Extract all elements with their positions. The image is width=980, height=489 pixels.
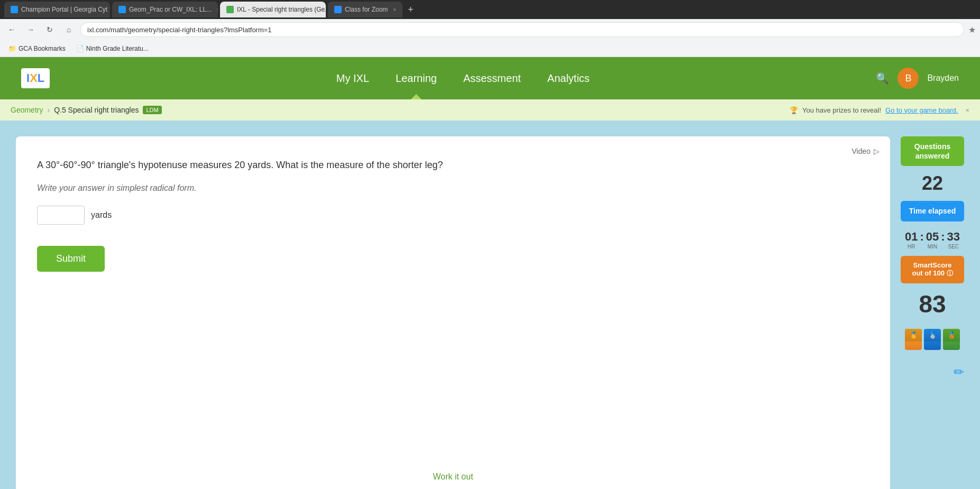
page-icon: 📄 [76, 45, 84, 52]
browser-chrome: Champion Portal | Georgia Cyt × Geom_Pra… [0, 0, 980, 57]
timer-hours: 01 HR [905, 230, 918, 250]
folder-icon: 📁 [8, 45, 16, 52]
tab-champion-portal[interactable]: Champion Portal | Georgia Cyt × [4, 2, 110, 17]
refresh-button[interactable]: ↻ [42, 22, 57, 37]
back-button[interactable]: ← [4, 22, 19, 37]
timer-sec-value: 33 [947, 230, 960, 244]
ixl-header: IXL My IXL Learning Assessment Analytics… [0, 57, 980, 99]
tab-favicon [226, 6, 234, 13]
smart-score-suffix: out of 100 [912, 269, 944, 277]
ixl-logo[interactable]: IXL [21, 68, 50, 88]
forward-button[interactable]: → [23, 22, 38, 37]
smart-score-label: SmartScore [913, 261, 952, 269]
timer-display: 01 HR : 05 MIN : 33 SEC [901, 230, 964, 250]
badges-row: 🥇 🥈 🥉 [901, 329, 964, 350]
video-label: Video [851, 147, 871, 155]
tab-title: Champion Portal | Georgia Cyt [21, 6, 107, 13]
breadcrumb-separator: › [47, 106, 50, 114]
home-button[interactable]: ⌂ [61, 22, 76, 37]
tab-title: Geom_Prac or CW_IXL: LL... [129, 6, 212, 13]
breadcrumb-geometry[interactable]: Geometry [11, 106, 43, 114]
tab-close[interactable]: × [217, 7, 218, 13]
tab-favicon [11, 6, 18, 13]
bookmark-ninth-grade[interactable]: 📄 Ninth Grade Literatu... [72, 43, 153, 54]
user-name-label: Brayden [927, 73, 959, 83]
prize-link[interactable]: Go to your game board. [885, 106, 958, 114]
submit-button[interactable]: Submit [37, 246, 105, 272]
nav-learning[interactable]: Learning [396, 72, 437, 85]
address-input[interactable] [80, 22, 964, 37]
tab-favicon [118, 6, 126, 13]
badge-gold: 🥇 [905, 329, 922, 350]
nav-analytics[interactable]: Analytics [547, 72, 590, 85]
timer-hr-value: 01 [905, 230, 918, 244]
timer-hr-label: HR [905, 244, 918, 250]
tab-bar: Champion Portal | Georgia Cyt × Geom_Pra… [0, 0, 980, 19]
prize-text: You have prizes to reveal! [802, 106, 881, 114]
question-text: A 30°-60°-90° triangle's hypotenuse meas… [37, 158, 869, 173]
tab-title: IXL - Special right triangles (Ge... [237, 6, 326, 13]
tab-close[interactable]: × [393, 7, 396, 13]
prize-close-button[interactable]: × [965, 106, 969, 114]
time-elapsed-button[interactable]: Time elapsed [901, 201, 964, 221]
play-icon: ▷ [874, 147, 880, 155]
smart-score-button[interactable]: SmartScore out of 100 ⓘ [901, 256, 964, 283]
new-tab-button[interactable]: + [405, 4, 417, 15]
info-icon[interactable]: ⓘ [947, 270, 953, 277]
answer-row: yards [37, 206, 869, 225]
main-content: Video ▷ A 30°-60°-90° triangle's hypoten… [0, 121, 980, 489]
questions-count: 22 [901, 172, 964, 195]
question-hint: Write your answer in simplest radical fo… [37, 183, 869, 193]
timer-min-value: 05 [926, 230, 939, 244]
timer-colon2: : [941, 230, 945, 250]
timer-colon1: : [920, 230, 923, 250]
ixl-logo-l: L [38, 71, 44, 85]
avatar[interactable]: B [897, 68, 919, 89]
breadcrumb-bar: Geometry › Q.5 Special right triangles L… [0, 99, 980, 121]
prize-banner: 🏆 You have prizes to reveal! Go to your … [790, 106, 969, 114]
tab-favicon [334, 6, 342, 13]
badge-blue: 🥈 [924, 329, 941, 350]
answer-input[interactable] [37, 206, 85, 225]
bookmark-star-icon[interactable]: ★ [968, 25, 976, 35]
pencil-icon[interactable]: ✏ [901, 365, 964, 380]
badge-green: 🥉 [943, 329, 960, 350]
video-button[interactable]: Video ▷ [851, 147, 880, 155]
ixl-nav: My IXL Learning Assessment Analytics [81, 72, 844, 85]
breadcrumb-current: Q.5 Special right triangles [54, 106, 139, 114]
ixl-logo-x: X [30, 71, 38, 85]
timer-sec-label: SEC [947, 244, 960, 250]
breadcrumb-badge: LDM [143, 106, 161, 114]
nav-assessment[interactable]: Assessment [463, 72, 521, 85]
tab-title: Class for Zoom [345, 6, 388, 13]
questions-answered-button[interactable]: Questions answered [901, 136, 964, 166]
bookmark-label: GCA Bookmarks [19, 45, 66, 52]
bookmark-label: Ninth Grade Literatu... [86, 45, 149, 52]
trophy-icon: 🏆 [790, 106, 798, 114]
nav-my-ixl[interactable]: My IXL [336, 72, 369, 85]
tab-geom-prac[interactable]: Geom_Prac or CW_IXL: LL... × [112, 2, 218, 17]
answer-unit: yards [91, 210, 112, 220]
timer-minutes: 05 MIN [926, 230, 939, 250]
bookmarks-bar: 📁 GCA Bookmarks 📄 Ninth Grade Literatu..… [0, 40, 980, 57]
smart-score-number: 83 [901, 290, 964, 318]
search-icon[interactable]: 🔍 [876, 72, 889, 85]
timer-seconds: 33 SEC [947, 230, 960, 250]
header-right: 🔍 B Brayden [876, 68, 959, 89]
tab-ixl-active[interactable]: IXL - Special right triangles (Ge... × [220, 2, 326, 17]
bookmark-gca[interactable]: 📁 GCA Bookmarks [4, 43, 70, 54]
timer-min-label: MIN [926, 244, 939, 250]
tab-zoom[interactable]: Class for Zoom × [328, 2, 402, 17]
question-panel: Video ▷ A 30°-60°-90° triangle's hypoten… [16, 136, 890, 489]
side-panel: Questions answered 22 Time elapsed 01 HR… [901, 136, 964, 489]
address-bar-row: ← → ↻ ⌂ ★ [0, 19, 980, 40]
work-it-out-link[interactable]: Work it out [433, 472, 473, 482]
